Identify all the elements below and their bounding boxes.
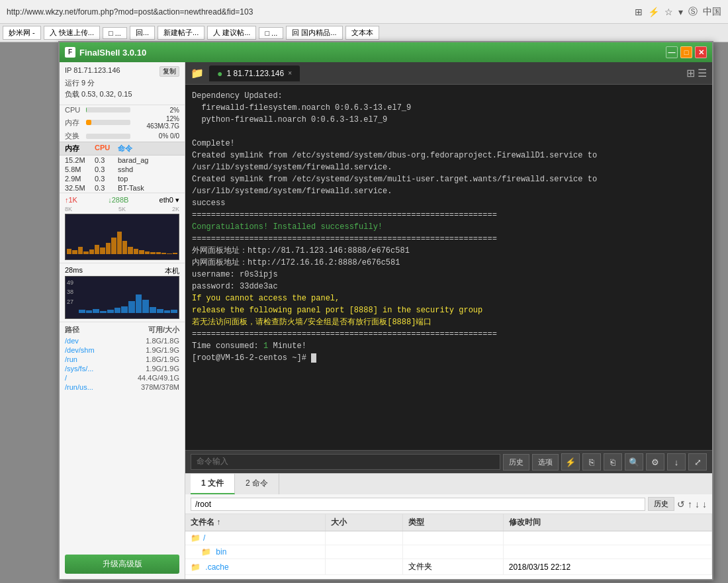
history-button[interactable]: 历史 [503, 454, 529, 471]
browser-icons: ⊞ ⚡ ☆ ▾ Ⓢ 中国 [635, 6, 721, 18]
file-history-button[interactable]: 历史 [648, 497, 674, 511]
tab-dot: ● [217, 68, 222, 79]
options-button[interactable]: 选项 [532, 454, 559, 471]
terminal-line-3 [192, 126, 705, 138]
net-scale-2k: 2K [172, 206, 179, 212]
disk-row-4: / 44.4G/49.1G [65, 373, 179, 382]
file-row-root[interactable]: 📁/ [185, 531, 712, 545]
lat-bar [86, 310, 93, 313]
terminal-prompt: [root@VM-16-2-centos ~]# [192, 352, 705, 364]
bottom-tabs: 1 文件 2 命令 [185, 473, 712, 494]
minimize-button[interactable]: — [666, 46, 678, 58]
terminal-line-11: ========================================… [192, 233, 705, 245]
bolt-cmd-icon[interactable]: ⚡ [561, 453, 580, 471]
process-row-2: 2.9M 0.3 top [60, 174, 185, 183]
tab-files[interactable]: 1 文件 [191, 474, 235, 494]
settings-cmd-icon[interactable]: ⚙ [646, 453, 664, 471]
terminal-tab[interactable]: ● 1 81.71.123.146 × [209, 66, 300, 81]
net-bar [106, 243, 111, 254]
process-row-0: 15.2M 0.3 barad_ag [60, 156, 185, 165]
taskbar-item-8[interactable]: 文本本 [345, 26, 379, 40]
process-row-1: 5.8M 0.3 sshd [60, 165, 185, 174]
command-input[interactable] [191, 454, 500, 470]
lat-bar [142, 300, 149, 313]
copy-ip-button[interactable]: 复制 [159, 66, 179, 77]
terminal-line-15: password: 33dde3ac [192, 281, 705, 292]
refresh-icon[interactable]: ↺ [677, 499, 685, 510]
close-button[interactable]: ✕ [695, 46, 707, 58]
net-bar [167, 253, 171, 254]
tab-label: 1 81.71.123.146 [226, 69, 284, 78]
taskbar-item-4[interactable]: 新建帖子... [158, 26, 205, 40]
col-size[interactable]: 大小 [326, 514, 403, 531]
latency-local-label: 本机 [165, 266, 179, 276]
maximize-button[interactable]: □ [680, 46, 692, 58]
swap-label: 交换 [65, 131, 83, 141]
net-bar [122, 241, 127, 254]
paste-cmd-icon[interactable]: ⎗ [604, 453, 622, 471]
terminal-line-2: python-firewall.noarch 0:0.6.3-13.el7_9 [192, 114, 705, 126]
net-download: ↓288B [108, 196, 128, 204]
tab-close-icon[interactable]: × [288, 69, 292, 77]
taskbar-item-7[interactable]: 回 国内精品... [286, 26, 342, 40]
lat-bar [79, 310, 85, 313]
terminal-line-7: Created symlink from /etc/systemd/system… [192, 173, 705, 185]
col-type[interactable]: 类型 [403, 514, 503, 531]
taskbar-item-0[interactable]: 妙米网 - [3, 26, 41, 40]
s-icon: Ⓢ [688, 6, 698, 18]
folder-icon-cache: 📁 [191, 562, 201, 572]
swap-value: 0% 0/0 [133, 132, 179, 140]
chevron-down-icon[interactable]: ▾ [678, 7, 683, 17]
taskbar-item-3[interactable]: 回... [130, 26, 155, 40]
taskbar-item-1[interactable]: 入 快速上传... [44, 26, 100, 40]
terminal-line-9: success [192, 197, 705, 209]
net-bar [150, 252, 155, 254]
search-cmd-icon[interactable]: 🔍 [625, 453, 643, 471]
network-bar-graph [66, 214, 179, 254]
download-cmd-icon[interactable]: ↓ [667, 453, 686, 471]
list-view-icon[interactable]: ☰ [698, 67, 707, 79]
lat-bar [157, 309, 163, 313]
tab-commands[interactable]: 2 命令 [235, 474, 279, 494]
download-icon[interactable]: ↓ [695, 499, 700, 510]
expand-cmd-icon[interactable]: ⤢ [688, 453, 707, 471]
taskbar-item-6[interactable]: □ ... [259, 27, 283, 39]
terminal-line-13: 内网面板地址：http://172.16.16.2:8888/e676c581 [192, 257, 705, 269]
cpu-label: CPU [65, 106, 83, 114]
net-bar [67, 249, 71, 254]
terminal-line-5: Created symlink from /etc/systemd/system… [192, 150, 705, 161]
download2-icon[interactable]: ↓ [702, 499, 707, 510]
file-row-bin[interactable]: 📁 bin [185, 545, 712, 559]
terminal-line-12: 外网面板地址：http://81.71.123.146:8888/e676c58… [192, 245, 705, 257]
copy-cmd-icon[interactable]: ⎘ [582, 453, 601, 471]
star-icon[interactable]: ☆ [664, 7, 673, 17]
upgrade-button[interactable]: 升级高级版 [65, 555, 179, 574]
bolt-icon[interactable]: ⚡ [648, 7, 659, 17]
file-path-icons: ↺ ↑ ↓ ↓ [677, 499, 707, 510]
grid-view-icon[interactable]: ⊞ [686, 67, 695, 79]
terminal-line-success: Congratulations! Installed successfully! [192, 221, 705, 233]
taskbar-item-2[interactable]: □ ... [103, 27, 127, 39]
window-controls: — □ ✕ [666, 46, 707, 58]
browser-url: http://www.wkzy.net/forum.php?mod=post&a… [7, 7, 635, 17]
disk-header: 路径 可用/大小 [65, 325, 179, 335]
cmd-bar: 历史 选项 ⚡ ⎘ ⎗ 🔍 ⚙ ↓ ⤢ [185, 450, 712, 473]
col-name[interactable]: 文件名 ↑ [185, 514, 326, 531]
file-path-input[interactable] [191, 498, 645, 511]
browser-bar: http://www.wkzy.net/forum.php?mod=post&a… [0, 0, 728, 24]
terminal-line-6: /usr/lib/systemd/system/firewalld.servic… [192, 161, 705, 173]
upload-icon[interactable]: ↑ [688, 499, 692, 510]
col-modified[interactable]: 修改时间 [503, 514, 711, 531]
net-interface[interactable]: eth0 ▾ [159, 196, 179, 204]
terminal-line-time: Time consumed: 1 Minute! [192, 340, 705, 352]
main-content: IP 81.71.123.146 复制 运行 9 分 负载 0.53, 0.32… [60, 62, 712, 579]
taskbar-item-5[interactable]: 人 建议帖... [207, 26, 256, 40]
grid-icon[interactable]: ⊞ [635, 7, 643, 17]
tab-bar: 📁 ● 1 81.71.123.146 × ⊞ ☰ [185, 62, 712, 85]
terminal-line-16: ========================================… [192, 328, 705, 340]
net-bar [156, 252, 161, 254]
lat-bar [100, 311, 107, 313]
cpu-bar [86, 107, 87, 112]
file-row-cache[interactable]: 📁 .cache 文件夹 2018/03/15 22:12 [185, 559, 712, 575]
memory-bar-container [86, 120, 130, 125]
